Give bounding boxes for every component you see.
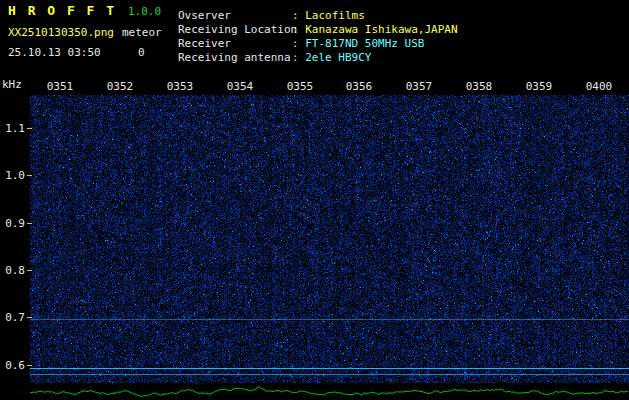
spectrogram-canvas — [30, 95, 629, 383]
time-tick-label-0355: 0355 — [270, 80, 330, 93]
time-tick-label-0358: 0358 — [449, 80, 509, 93]
freq-axis-unit: kHz — [2, 78, 22, 91]
time-tick-label-0352: 0352 — [90, 80, 150, 93]
time-tick-label-0359: 0359 — [509, 80, 569, 93]
freq-tick-label-0_6: 0.6 — [0, 359, 25, 372]
freq-tick-mark — [27, 317, 32, 318]
freq-tick-label-0_9: 0.9 — [0, 217, 25, 230]
time-tick-label-0357: 0357 — [389, 80, 449, 93]
time-tick-label-0400: 0400 — [569, 80, 629, 93]
time-tick-label-0351: 0351 — [30, 80, 90, 93]
app-version: 1.0.0 — [128, 5, 161, 18]
freq-tick-mark — [27, 223, 32, 224]
station-info: Ovserver: Lacofilms Receiving Location: … — [178, 4, 458, 60]
freq-tick-label-0_7: 0.7 — [0, 311, 25, 324]
level-canvas — [30, 383, 629, 400]
mode-label: meteor — [122, 26, 162, 39]
freq-tick-label-1_1: 1.1 — [0, 122, 25, 135]
freq-tick-mark — [27, 175, 32, 176]
time-tick-label-0354: 0354 — [210, 80, 270, 93]
info-value-antenna: : 2ele HB9CY — [292, 51, 371, 64]
info-label-antenna: Receiving antenna — [178, 51, 292, 64]
info-row-observer: Ovserver: Lacofilms — [178, 4, 458, 18]
freq-tick-label-1_0: 1.0 — [0, 169, 25, 182]
info-row-location: Receiving Location: Kanazawa Ishikawa,JA… — [178, 18, 458, 32]
freq-tick-mark — [27, 365, 32, 366]
hrofft-window: H R O F F T 1.0.0 XX2510130350.png meteo… — [0, 0, 629, 400]
freq-tick-mark — [27, 270, 32, 271]
datetime-label: 25.10.13 03:50 — [8, 46, 101, 59]
info-row-receiver: Receiver: FT-817ND 50MHz USB — [178, 32, 458, 46]
app-title: H R O F F T — [8, 4, 116, 17]
freq-tick-label-0_8: 0.8 — [0, 264, 25, 277]
output-filename: XX2510130350.png — [8, 26, 114, 39]
time-tick-label-0356: 0356 — [329, 80, 389, 93]
freq-tick-mark — [27, 128, 32, 129]
echo-count: 0 — [138, 46, 145, 59]
time-tick-label-0353: 0353 — [150, 80, 210, 93]
